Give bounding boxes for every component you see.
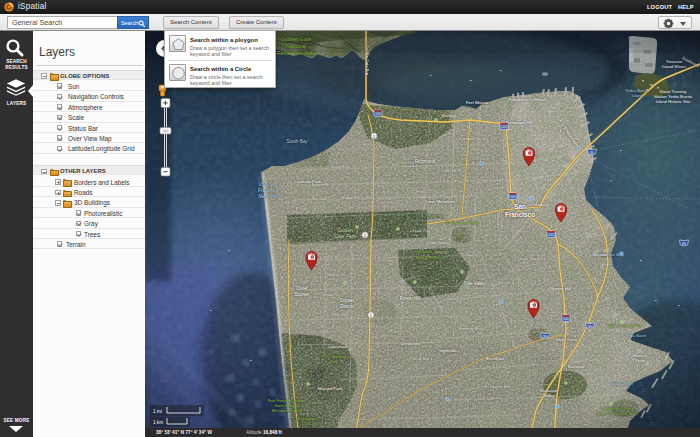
svg-text:1 mi: 1 mi	[153, 409, 162, 414]
svg-text:1 km: 1 km	[153, 420, 163, 425]
svg-text:Altitude 16,848 ft: Altitude 16,848 ft	[246, 430, 282, 435]
svg-text:38° 53' 41" N 77° 4' 34" W: 38° 53' 41" N 77° 4' 34" W	[156, 430, 213, 435]
